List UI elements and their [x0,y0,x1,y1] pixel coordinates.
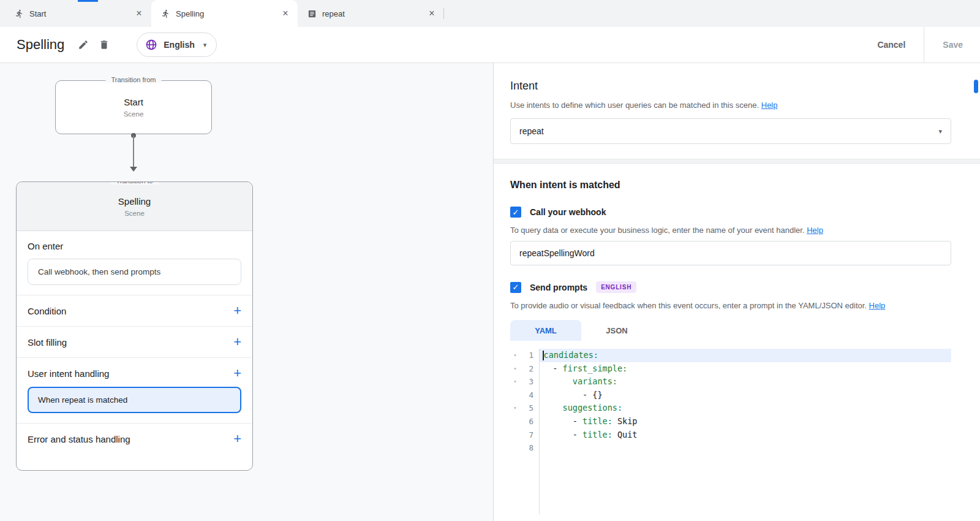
language-selector[interactable]: English [137,32,217,57]
transition-to-label: Transition to [110,181,158,184]
connector-arrowhead [130,167,137,172]
fold-icon[interactable] [510,349,520,362]
matched-intent-card[interactable]: When repeat is matched [28,387,241,413]
condition-row[interactable]: Condition [28,305,241,316]
on-enter-section: On enter Call webhook, then send prompts [17,231,252,295]
line-number: 6 [520,415,539,428]
code-token: suggestions: [563,401,623,415]
main-area: Transition from Start Scene Transition t… [0,63,980,521]
intent-description: Use intents to define which user queries… [510,101,951,110]
scrollbar-thumb[interactable] [974,80,978,93]
code-token: variants: [573,375,617,389]
chevron-down-icon [938,128,942,135]
slot-filling-section: Slot filling [17,327,252,358]
fold-icon[interactable] [510,362,520,376]
to-scene-title: Spelling [118,196,151,207]
prompts-description: To provide audio or visual feedback when… [510,301,951,310]
code-line[interactable]: suggestions: [540,401,951,415]
tab-start[interactable]: Start [5,0,151,27]
add-error-icon[interactable] [233,433,241,444]
cancel-button[interactable]: Cancel [859,27,924,63]
transition-to-box: Transition to Spelling Scene On enter Ca… [16,181,253,471]
code-token [543,401,563,415]
globe-icon [145,39,157,51]
webhook-checkbox[interactable] [510,207,521,218]
code-line[interactable]: - title: Quit [540,428,951,442]
tab-yaml[interactable]: YAML [510,320,581,341]
user-intent-row[interactable]: User intent handling [28,368,241,379]
scene-title-block[interactable]: Spelling Scene [17,182,252,231]
code-token: - [543,362,563,376]
add-intent-icon[interactable] [233,368,241,379]
connector-line [133,135,134,167]
code-line[interactable]: - first_simple: [540,362,951,376]
webhook-help-link[interactable]: Help [807,226,823,235]
code-line[interactable]: variants: [540,375,951,389]
scene-header: Spelling English Cancel Save [0,27,980,63]
webhook-checkbox-row: Call your webhook [510,207,951,218]
fold-icon[interactable] [510,375,520,389]
error-section: Error and status handling [17,424,252,470]
line-number: 5 [520,401,539,415]
slot-filling-row[interactable]: Slot filling [28,337,241,348]
edit-button[interactable] [73,34,94,55]
code-area[interactable]: candidates: - first_simple: variants: - … [540,349,951,514]
intent-description-text: Use intents to define which user queries… [510,101,759,110]
tab-label: repeat [322,9,420,18]
prompts-help-link[interactable]: Help [869,301,886,310]
fold-icon[interactable] [510,401,520,415]
tab-spelling[interactable]: Spelling [151,0,298,27]
pencil-icon [78,39,89,50]
prompts-checkbox-row: Send prompts ENGLISH [510,281,951,293]
delete-button[interactable] [94,34,115,55]
prompts-label: Send prompts [530,283,587,292]
condition-section: Condition [17,295,252,327]
intent-select[interactable]: repeat [510,118,951,144]
language-label: English [164,40,195,50]
tab-repeat[interactable]: repeat [298,0,444,27]
code-line[interactable] [540,441,951,455]
condition-title: Condition [28,306,66,316]
code-token: - {} [543,389,603,402]
editor-tabs: YAML JSON [510,320,951,341]
trash-icon [99,39,110,50]
intent-icon [307,9,317,18]
save-wrap: Save [924,27,965,63]
prompts-description-text: To provide audio or visual feedback when… [510,301,867,310]
code-line[interactable]: candidates: [540,349,951,362]
page-title: Spelling [17,37,64,53]
chevron-down-icon [203,42,207,48]
save-button[interactable]: Save [943,40,965,50]
code-token: first_simple: [563,362,628,376]
add-condition-icon[interactable] [233,305,241,316]
code-line[interactable]: - {} [540,389,951,402]
language-badge: ENGLISH [596,281,636,293]
error-row[interactable]: Error and status handling [28,433,241,444]
code-line[interactable]: - title: Skip [540,415,951,428]
close-icon[interactable] [133,7,145,20]
tab-json[interactable]: JSON [581,320,652,341]
intent-help-link[interactable]: Help [761,101,778,110]
intent-heading: Intent [510,80,951,93]
scene-icon [15,9,24,18]
section-divider [494,159,980,164]
transition-from-box[interactable]: Transition from Start Scene [55,80,212,134]
scene-canvas: Transition from Start Scene Transition t… [0,63,494,521]
slot-filling-title: Slot filling [28,337,67,348]
code-token: title: [582,415,612,428]
prompts-checkbox[interactable] [510,282,521,293]
code-token: Skip [612,415,638,428]
user-intent-section: User intent handling When repeat is matc… [17,358,252,424]
webhook-handler-input[interactable] [510,241,951,265]
from-scene-subtitle: Scene [124,110,144,118]
intent-detail-panel: Intent Use intents to define which user … [494,63,980,521]
on-enter-handler-card[interactable]: Call webhook, then send prompts [28,259,241,285]
code-token [543,375,573,389]
line-number: 8 [520,441,539,455]
line-number: 1 [520,349,539,362]
close-icon[interactable] [426,7,438,20]
transition-from-label: Transition from [106,76,162,83]
from-scene-title: Start [124,97,143,107]
add-slot-icon[interactable] [233,337,241,348]
close-icon[interactable] [279,7,292,20]
